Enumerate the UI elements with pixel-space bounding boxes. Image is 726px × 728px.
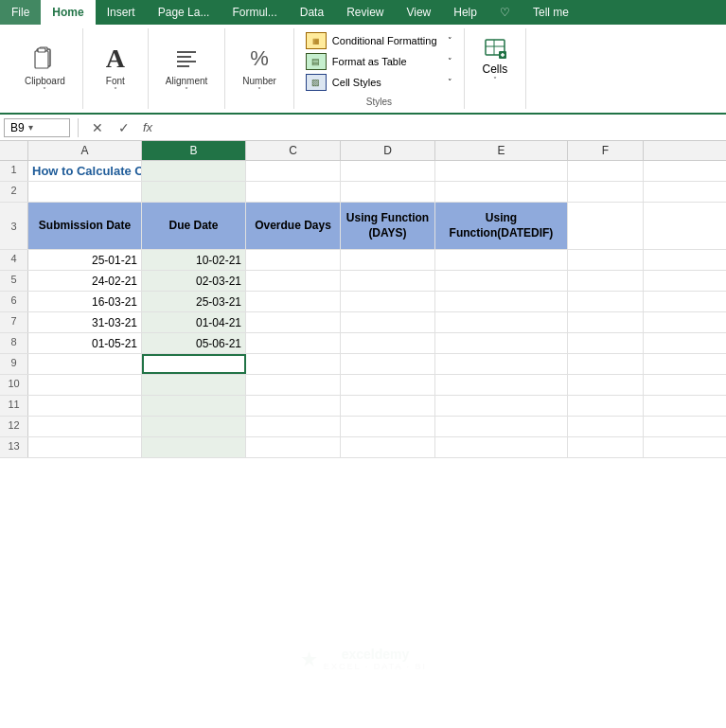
cell-b2[interactable]: [142, 182, 246, 202]
cancel-formula-button[interactable]: ✕: [86, 118, 109, 137]
cell-d5[interactable]: [341, 271, 435, 291]
cell-b4[interactable]: 10-02-21: [142, 250, 246, 270]
tab-review[interactable]: Review: [335, 0, 395, 25]
cell-reference-box[interactable]: B9 ▾: [4, 118, 70, 137]
tab-tellme[interactable]: Tell me: [522, 0, 580, 25]
cell-c2[interactable]: [246, 182, 341, 202]
cell-b7[interactable]: 01-04-21: [142, 312, 246, 332]
cell-d1[interactable]: [341, 161, 435, 181]
cell-b1[interactable]: [142, 161, 246, 181]
col-header-c[interactable]: C: [246, 141, 341, 160]
cell-a3[interactable]: Submission Date: [28, 203, 142, 249]
tab-insert[interactable]: Insert: [96, 0, 147, 25]
cell-c7[interactable]: [246, 312, 341, 332]
cell-b6[interactable]: 25-03-21: [142, 292, 246, 311]
cell-d6[interactable]: [341, 292, 435, 311]
cell-c9[interactable]: [246, 354, 341, 374]
format-as-table-button[interactable]: ▤ Format as Table ˅: [302, 51, 456, 72]
cell-e9[interactable]: [435, 354, 568, 374]
cell-e11[interactable]: [435, 396, 568, 416]
cell-b12[interactable]: [142, 417, 246, 436]
cell-c11[interactable]: [246, 396, 341, 416]
cell-c12[interactable]: [246, 417, 341, 436]
cell-a11[interactable]: [28, 396, 142, 416]
col-header-b[interactable]: B: [142, 141, 246, 160]
cell-e10[interactable]: [435, 375, 568, 395]
cell-styles-button[interactable]: ▨ Cell Styles ˅: [302, 72, 456, 93]
cell-e2[interactable]: [435, 182, 568, 202]
cell-d7[interactable]: [341, 312, 435, 332]
cell-b10[interactable]: [142, 375, 246, 395]
cell-d10[interactable]: [341, 375, 435, 395]
cell-f8[interactable]: [568, 333, 644, 353]
col-header-e[interactable]: E: [435, 141, 568, 160]
cell-c13[interactable]: [246, 437, 341, 457]
font-button[interactable]: A Font ˅: [95, 40, 136, 98]
cell-c4[interactable]: [246, 250, 341, 270]
cell-d13[interactable]: [341, 437, 435, 457]
cell-a13[interactable]: [28, 437, 142, 457]
cell-c1[interactable]: [246, 161, 341, 181]
cell-e6[interactable]: [435, 292, 568, 311]
cell-f1[interactable]: [568, 161, 644, 181]
cell-d11[interactable]: [341, 396, 435, 416]
col-header-d[interactable]: D: [341, 141, 435, 160]
cell-b3[interactable]: Due Date: [142, 203, 246, 249]
cell-a5[interactable]: 24-02-21: [28, 271, 142, 291]
clipboard-button[interactable]: Clipboard ˅: [19, 40, 71, 98]
cell-d8[interactable]: [341, 333, 435, 353]
cell-c5[interactable]: [246, 271, 341, 291]
col-header-f[interactable]: F: [568, 141, 644, 160]
cell-f2[interactable]: [568, 182, 644, 202]
cell-d4[interactable]: [341, 250, 435, 270]
tab-help[interactable]: Help: [442, 0, 488, 25]
cell-a6[interactable]: 16-03-21: [28, 292, 142, 311]
alignment-button[interactable]: Alignment ˅: [160, 40, 213, 98]
cell-e12[interactable]: [435, 417, 568, 436]
cell-f13[interactable]: [568, 437, 644, 457]
tab-data[interactable]: Data: [289, 0, 335, 25]
cell-a2[interactable]: [28, 182, 142, 202]
tab-home[interactable]: Home: [41, 0, 95, 25]
cell-a7[interactable]: 31-03-21: [28, 312, 142, 332]
cell-e7[interactable]: [435, 312, 568, 332]
cell-f11[interactable]: [568, 396, 644, 416]
cell-c10[interactable]: [246, 375, 341, 395]
tab-file[interactable]: File: [0, 0, 41, 25]
cell-b9[interactable]: [142, 354, 246, 374]
cell-b5[interactable]: 02-03-21: [142, 271, 246, 291]
cell-d9[interactable]: [341, 354, 435, 374]
cell-b11[interactable]: [142, 396, 246, 416]
conditional-formatting-button[interactable]: ▦ Conditional Formatting ˅: [302, 30, 456, 51]
cells-button[interactable]: Cells ˅: [472, 32, 518, 88]
cell-f9[interactable]: [568, 354, 644, 374]
cell-a4[interactable]: 25-01-21: [28, 250, 142, 270]
tab-heart[interactable]: ♡: [488, 0, 522, 25]
number-button[interactable]: % Number ˅: [237, 40, 282, 98]
cell-c8[interactable]: [246, 333, 341, 353]
cell-f5[interactable]: [568, 271, 644, 291]
confirm-formula-button[interactable]: ✓: [113, 118, 135, 137]
cell-e5[interactable]: [435, 271, 568, 291]
tab-view[interactable]: View: [395, 0, 442, 25]
cell-d2[interactable]: [341, 182, 435, 202]
formula-input[interactable]: [160, 119, 722, 136]
tab-formulas[interactable]: Formul...: [221, 0, 288, 25]
cell-a10[interactable]: [28, 375, 142, 395]
cell-f12[interactable]: [568, 417, 644, 436]
cell-d3[interactable]: Using Function (DAYS): [341, 203, 435, 249]
cell-e1[interactable]: [435, 161, 568, 181]
col-header-a[interactable]: A: [28, 141, 142, 160]
cell-b13[interactable]: [142, 437, 246, 457]
cell-c6[interactable]: [246, 292, 341, 311]
cell-e13[interactable]: [435, 437, 568, 457]
cell-f10[interactable]: [568, 375, 644, 395]
cell-f3[interactable]: [568, 203, 644, 249]
cell-e3[interactable]: Using Function(DATEDIF): [435, 203, 568, 249]
tab-page-layout[interactable]: Page La...: [147, 0, 221, 25]
cell-a12[interactable]: [28, 417, 142, 436]
cell-a1[interactable]: How to Calculate Overdue Days: [28, 161, 142, 181]
cell-f4[interactable]: [568, 250, 644, 270]
cell-e8[interactable]: [435, 333, 568, 353]
cell-e4[interactable]: [435, 250, 568, 270]
